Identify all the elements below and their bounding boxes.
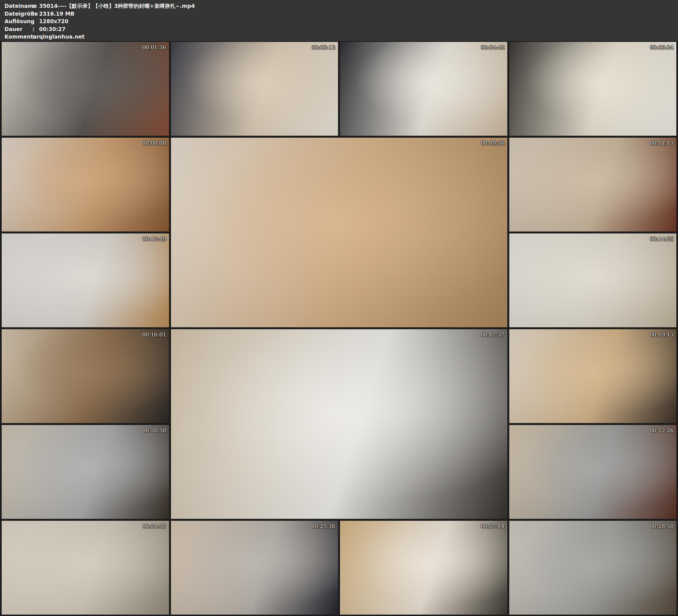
timestamp-overlay: 00:25:38 [311,523,335,529]
timestamp-overlay: 00:27:14 [481,523,504,529]
video-thumbnail: 00:27:14 [340,521,507,615]
contact-sheet: Dateiname:35014----【默示录】【小晗】3种胶带的封嘴+束缚挣扎… [0,0,678,616]
timestamp-overlay: 00:14:25 [650,236,674,242]
file-info-separator: : [32,26,39,33]
video-thumbnail: 00:06:24 [509,42,677,136]
file-info-value: 2316.19 MB [39,10,674,18]
file-info-row: Dauer:00:30:27 [4,26,674,33]
timestamp-overlay: 00:03:12 [311,44,335,50]
file-info-separator: : [32,17,39,26]
video-thumbnail: 00:16:01 [2,329,169,423]
timestamp-overlay: 00:06:24 [650,44,674,50]
timestamp-overlay: 00:04:48 [481,44,504,50]
timestamp-overlay: 00:09:36 [481,140,504,146]
file-info-value: 35014----【默示录】【小晗】3种胶带的封嘴+束缚挣扎~.mp4 [39,2,674,10]
timestamp-overlay: 00:22:26 [650,427,674,433]
timestamp-overlay: 00:17:37 [481,332,504,338]
file-info-label: Auflösung [4,17,32,26]
video-thumbnail: 00:14:25 [509,233,677,327]
timestamp-overlay: 00:24:02 [142,523,166,529]
video-thumbnail: 00:03:12 [171,42,338,136]
video-thumbnail: 00:24:02 [2,521,169,615]
thumbnail-grid: 00:01:3600:03:1200:04:4800:06:2400:08:00… [0,41,678,616]
file-info-label: Dauer [4,26,32,33]
video-thumbnail: 00:11:13 [509,138,677,231]
timestamp-overlay: 00:08:00 [142,140,166,146]
video-thumbnail: 00:17:37 [171,329,507,519]
video-thumbnail: 00:20:50 [2,425,169,519]
file-info-row: Kommentar:qinglanhua.net [4,33,674,41]
video-thumbnail: 00:08:00 [2,138,169,231]
video-thumbnail: 00:19:13 [509,329,677,423]
timestamp-overlay: 00:01:36 [142,44,166,50]
timestamp-overlay: 00:28:50 [650,523,674,529]
file-info-label: Dateiname [4,2,32,10]
file-info-label: Kommentar [4,33,32,41]
file-info-value: 00:30:27 [39,26,674,33]
file-info-row: Dateigröße:2316.19 MB [4,10,674,18]
file-info-separator: : [32,10,39,18]
timestamp-overlay: 00:11:13 [650,140,674,146]
file-info-separator: : [32,2,39,10]
file-info-separator: : [32,33,39,41]
file-info-row: Dateiname:35014----【默示录】【小晗】3种胶带的封嘴+束缚挣扎… [4,2,674,10]
video-thumbnail: 00:25:38 [171,521,338,615]
video-thumbnail: 00:01:36 [2,42,169,136]
video-thumbnail: 00:28:50 [509,521,677,615]
file-info-label: Dateigröße [4,10,32,18]
timestamp-overlay: 00:12:49 [142,236,166,242]
video-thumbnail: 00:09:36 [171,138,507,327]
file-info-row: Auflösung:1280x720 [4,17,674,26]
timestamp-overlay: 00:19:13 [650,332,674,338]
file-info-value: qinglanhua.net [39,33,674,41]
file-info-rows: Dateiname:35014----【默示录】【小晗】3种胶带的封嘴+束缚挣扎… [4,2,674,41]
video-thumbnail: 00:12:49 [2,233,169,327]
timestamp-overlay: 00:16:01 [142,332,166,338]
file-info-value: 1280x720 [39,17,674,26]
timestamp-overlay: 00:20:50 [142,427,166,433]
file-info-header: Dateiname:35014----【默示录】【小晗】3种胶带的封嘴+束缚挣扎… [0,0,678,41]
video-thumbnail: 00:22:26 [509,425,677,519]
video-thumbnail: 00:04:48 [340,42,507,136]
